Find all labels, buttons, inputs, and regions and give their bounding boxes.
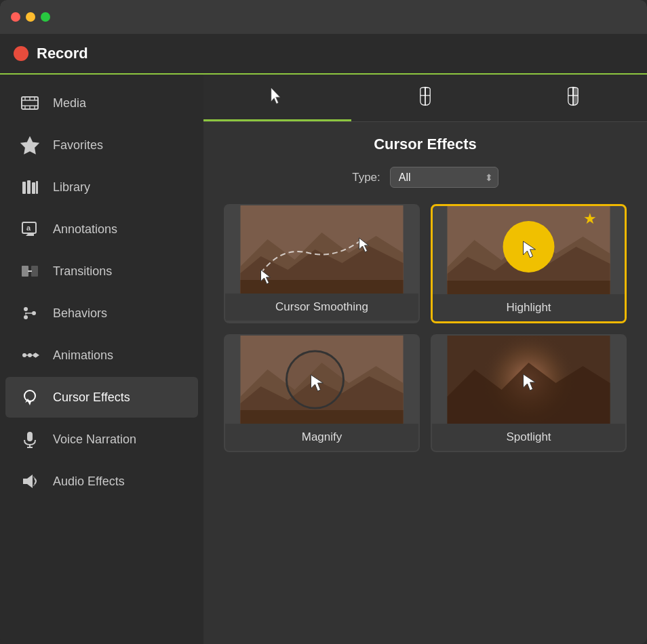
main-layout: Media Favorites Library xyxy=(0,75,647,644)
effect-card-spotlight[interactable]: Spotlight xyxy=(431,334,627,452)
effect-card-highlight[interactable]: ★ Highlight xyxy=(431,204,627,323)
content-area: Cursor Effects Type: All Click Move High… xyxy=(203,75,647,644)
svg-rect-40 xyxy=(241,280,404,294)
record-dot-icon xyxy=(14,46,28,61)
sidebar-item-cursor-effects[interactable]: Cursor Effects xyxy=(5,377,198,418)
svg-text:a: a xyxy=(26,224,31,232)
sidebar-item-animations[interactable]: Animations xyxy=(5,335,198,376)
filter-label: Type: xyxy=(352,171,380,184)
cursor-effects-icon xyxy=(19,386,41,408)
sidebar-item-transitions[interactable]: Transitions xyxy=(5,251,198,291)
svg-rect-11 xyxy=(27,180,31,194)
app-title: Record xyxy=(37,45,88,62)
type-select-wrapper[interactable]: All Click Move Highlight xyxy=(390,167,498,188)
svg-rect-46 xyxy=(448,281,610,294)
section-title: Cursor Effects xyxy=(224,136,627,153)
effect-card-cursor-smoothing[interactable]: Cursor Smoothing xyxy=(224,204,420,323)
svg-marker-9 xyxy=(22,138,38,153)
effect-thumbnail-cursor-smoothing xyxy=(225,205,418,294)
svg-rect-12 xyxy=(32,182,35,194)
effect-name-spotlight: Spotlight xyxy=(432,424,625,451)
svg-rect-30 xyxy=(27,432,33,441)
effects-grid: Cursor Smoothing xyxy=(224,204,627,452)
sidebar-label-audio-effects: Audio Effects xyxy=(53,475,125,489)
svg-rect-53 xyxy=(241,410,404,424)
titlebar xyxy=(0,0,647,34)
sidebar-label-animations: Animations xyxy=(53,348,113,363)
svg-marker-33 xyxy=(23,475,33,488)
sidebar-item-voice-narration[interactable]: Voice Narration xyxy=(5,419,198,460)
star-icon xyxy=(19,134,41,156)
sidebar-label-annotations: Annotations xyxy=(53,222,117,237)
tab-bar xyxy=(203,75,647,122)
effect-thumbnail-spotlight xyxy=(432,336,625,424)
tab-left-click[interactable] xyxy=(351,75,499,121)
sidebar-label-transitions: Transitions xyxy=(53,264,112,279)
behaviors-icon xyxy=(19,302,41,324)
sidebar-label-cursor-effects: Cursor Effects xyxy=(53,390,130,405)
svg-rect-13 xyxy=(36,181,38,194)
annotation-icon: a xyxy=(19,218,41,240)
effect-thumbnail-highlight: ★ xyxy=(433,206,625,294)
books-icon xyxy=(19,176,41,198)
sidebar-label-behaviors: Behaviors xyxy=(53,306,107,321)
sidebar-item-audio-effects[interactable]: Audio Effects xyxy=(5,461,198,502)
film-icon xyxy=(19,92,41,114)
sidebar-label-library: Library xyxy=(53,180,90,195)
effect-name-highlight: Highlight xyxy=(433,294,625,321)
svg-point-27 xyxy=(24,390,35,401)
window-controls xyxy=(11,12,50,22)
svg-rect-10 xyxy=(22,182,26,194)
svg-rect-17 xyxy=(31,266,38,277)
sidebar-label-voice-narration: Voice Narration xyxy=(53,432,136,447)
svg-rect-16 xyxy=(22,266,28,277)
microphone-icon xyxy=(19,428,41,450)
effect-thumbnail-magnify xyxy=(225,336,418,424)
effect-name-magnify: Magnify xyxy=(225,424,418,451)
tab-right-click[interactable] xyxy=(499,75,647,121)
transition-icon xyxy=(19,260,41,282)
effect-name-cursor-smoothing: Cursor Smoothing xyxy=(225,294,418,321)
sidebar-label-favorites: Favorites xyxy=(53,138,103,153)
filter-row: Type: All Click Move Highlight xyxy=(224,167,627,188)
sidebar-item-media[interactable]: Media xyxy=(5,83,198,123)
audio-effects-icon xyxy=(19,470,41,492)
minimize-button[interactable] xyxy=(26,12,35,22)
svg-marker-26 xyxy=(35,353,39,358)
sidebar-item-library[interactable]: Library xyxy=(5,167,198,207)
svg-point-19 xyxy=(32,311,36,315)
tab-cursor[interactable] xyxy=(203,75,351,121)
sidebar-item-behaviors[interactable]: Behaviors xyxy=(5,293,198,334)
maximize-button[interactable] xyxy=(41,12,50,22)
svg-text:★: ★ xyxy=(583,210,597,227)
type-select[interactable]: All Click Move Highlight xyxy=(390,167,498,188)
sidebar: Media Favorites Library xyxy=(0,75,203,644)
sidebar-item-favorites[interactable]: Favorites xyxy=(5,125,198,165)
content-inner: Cursor Effects Type: All Click Move High… xyxy=(203,122,647,644)
sidebar-item-annotations[interactable]: a Annotations xyxy=(5,209,198,249)
svg-marker-34 xyxy=(271,88,280,104)
sidebar-label-media: Media xyxy=(53,96,86,110)
app-header: Record xyxy=(0,34,647,75)
animations-icon xyxy=(19,344,41,366)
effect-card-magnify[interactable]: Magnify xyxy=(224,334,420,452)
close-button[interactable] xyxy=(11,12,20,22)
